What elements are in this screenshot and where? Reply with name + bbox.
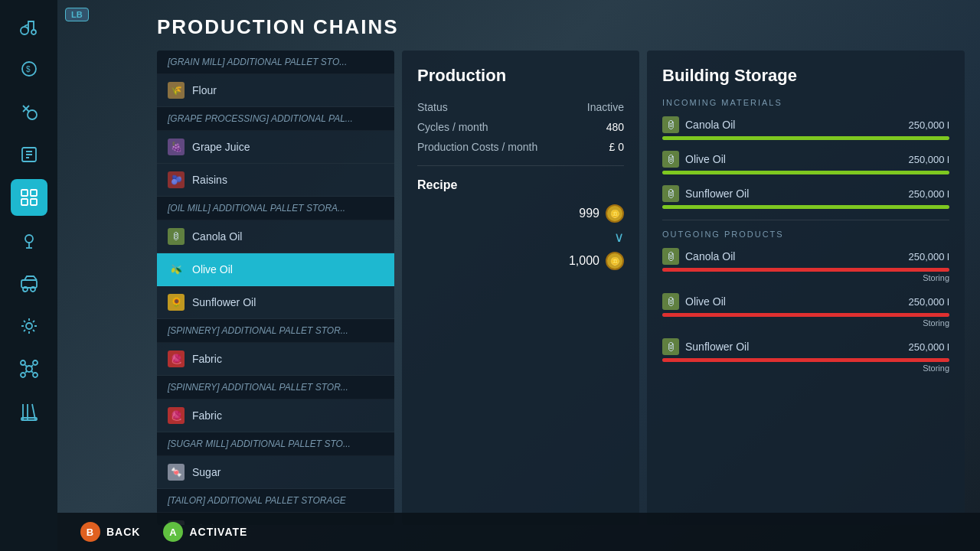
storage-icon: 🛢 [662,293,679,310]
svg-point-16 [21,360,25,365]
sidebar-icon-coin[interactable]: $ [11,51,47,87]
sidebar-icon-map[interactable] [11,222,47,259]
production-title: Production [417,66,624,86]
item-name: Grape Juice [192,141,250,153]
storage-outgoing-item: 🛢 Canola Oil 250,000 l Storing [662,248,949,282]
costs-label: Production Costs / month [417,141,537,153]
progress-fill [662,171,949,174]
svg-rect-8 [21,199,28,205]
storage-outgoing-item: 🛢 Sunflower Oil 250,000 l Storing [662,338,949,373]
list-header-item: [SUGAR MILL] ADDITIONAL PALLET STO... [157,432,394,456]
progress-bar [662,313,949,317]
storage-item-header: 🛢 Canola Oil 250,000 l [662,116,949,133]
production-panel: Production Status Inactive Cycles / mont… [402,51,639,525]
list-item[interactable]: 🌻Sunflower Oil [157,286,394,319]
recipe-input-icon: 🪙 [606,204,624,223]
item-name: Raisins [192,174,227,186]
status-label: Status [417,101,448,113]
svg-rect-6 [21,190,28,196]
page-title: PRODUCTION CHAINS [157,15,965,39]
activate-button[interactable]: A ACTIVATE [163,522,247,542]
storage-incoming-item: 🛢 Olive Oil 250,000 l [662,151,949,174]
item-name: Fabric [192,409,222,422]
divider [417,165,624,166]
item-icon: 🌻 [168,294,185,311]
sidebar-icon-production[interactable] [11,179,47,216]
storage-outgoing-item: 🛢 Olive Oil 250,000 l Storing [662,293,949,328]
storage-amount: 250,000 l [909,119,950,131]
item-icon: 🫒 [168,261,185,278]
list-header-item: [SPINNERY] ADDITIONAL PALLET STOR... [157,319,394,343]
svg-rect-9 [31,199,37,205]
svg-point-1 [31,30,36,34]
item-icon: 🫐 [168,171,185,188]
list-item[interactable]: 🧶Fabric [157,343,394,376]
sidebar-icon-tractor[interactable] [11,8,47,44]
incoming-items: 🛢 Canola Oil 250,000 l 🛢 Olive Oil 250,0… [662,116,949,209]
sidebar-icon-book[interactable] [11,136,47,173]
list-item[interactable]: 🛢Canola Oil [157,220,394,253]
sidebar-icon-tools[interactable] [11,93,47,130]
list-item[interactable]: 🫐Raisins [157,164,394,197]
list-scroll[interactable]: [GRAIN MILL] ADDITIONAL PALLET STO...🌾Fl… [157,51,394,525]
storage-amount: 250,000 l [909,154,950,165]
storage-icon: 🛢 [662,338,679,355]
storage-divider [662,220,949,220]
storage-amount: 250,000 l [909,251,950,262]
list-item[interactable]: 🍇Grape Juice [157,131,394,164]
list-header-item: [GRAPE PROCESSING] ADDITIONAL PAL... [157,107,394,131]
storage-icon: 🛢 [662,185,679,202]
storage-item-name: 🛢 Sunflower Oil [662,185,749,202]
back-label: BACK [106,526,140,538]
item-icon: 🍇 [168,139,185,155]
recipe-output-icon: 🪙 [606,252,624,270]
cycles-value: 480 [606,121,624,133]
storage-icon: 🛢 [662,151,679,168]
svg-point-14 [26,323,32,329]
columns-container: [GRAIN MILL] ADDITIONAL PALLET STO...🌾Fl… [157,51,965,525]
list-item[interactable]: 🍬Sugar [157,456,394,489]
list-header-item: [SPINNERY] ADDITIONAL PALLET STOR... [157,376,394,399]
item-icon: 🛢 [168,228,185,245]
svg-point-19 [33,373,38,377]
recipe-title: Recipe [417,178,624,192]
storage-item-name: 🛢 Olive Oil [662,293,726,310]
storage-name-text: Sunflower Oil [685,187,749,200]
item-icon: 🌾 [168,82,185,99]
sidebar-icon-vehicle[interactable] [11,265,47,302]
storing-label: Storing [662,318,949,328]
progress-bar [662,268,949,272]
storage-name-text: Olive Oil [685,295,726,308]
sidebar-icon-network[interactable] [11,350,47,387]
storage-item-name: 🛢 Olive Oil [662,151,726,168]
cycles-row: Cycles / month 480 [417,121,624,133]
storage-title: Building Storage [662,66,949,86]
storage-name-text: Canola Oil [685,119,735,131]
sidebar-icon-settings[interactable] [11,308,47,344]
storage-item-header: 🛢 Sunflower Oil 250,000 l [662,185,949,202]
svg-point-4 [28,110,37,119]
storage-amount: 250,000 l [909,341,950,353]
list-header-item: [TAILOR] ADDITIONAL PALLET STORAGE [157,489,394,513]
storage-item-name: 🛢 Canola Oil [662,116,735,133]
list-item[interactable]: 🫒Olive Oil [157,253,394,286]
main-content: PRODUCTION CHAINS [GRAIN MILL] ADDITIONA… [57,0,980,551]
storage-item-name: 🛢 Canola Oil [662,248,735,265]
list-item[interactable]: 🌾Flour [157,74,394,107]
item-name: Sugar [192,466,220,478]
item-name: Sunflower Oil [192,296,256,308]
list-panel: [GRAIN MILL] ADDITIONAL PALLET STO...🌾Fl… [157,51,394,525]
recipe-input: 999 🪙 [417,204,624,223]
sidebar-icon-library[interactable] [11,393,47,430]
progress-bar [662,136,949,140]
storage-panel: Building Storage INCOMING MATERIALS 🛢 Ca… [647,51,965,525]
storage-icon: 🛢 [662,116,679,133]
storage-item-header: 🛢 Olive Oil 250,000 l [662,293,949,310]
progress-fill [662,313,949,317]
svg-point-0 [21,27,28,34]
item-icon: 🧶 [168,407,185,424]
back-button[interactable]: B BACK [80,522,140,542]
list-item[interactable]: 🧶Fabric [157,399,394,432]
list-header-item: [GRAIN MILL] ADDITIONAL PALLET STO... [157,51,394,74]
status-row: Status Inactive [417,101,624,113]
